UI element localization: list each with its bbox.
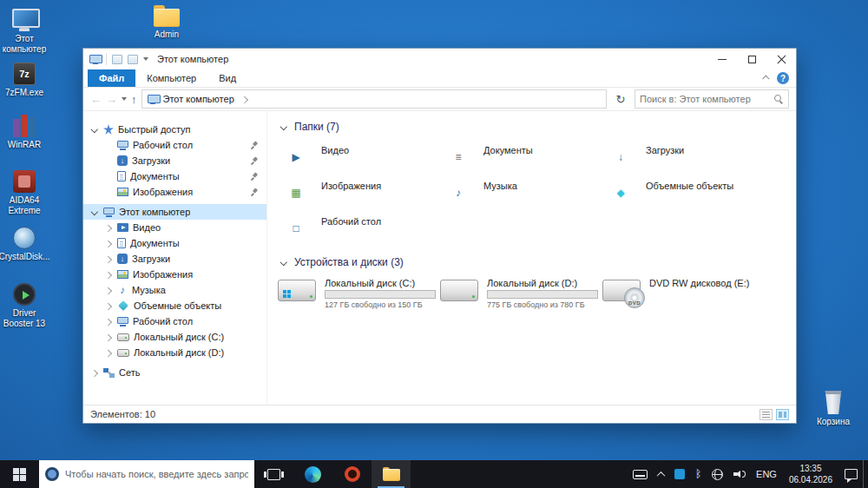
- documents-icon: [117, 238, 126, 248]
- folder-tile-documents[interactable]: Документы: [438, 139, 596, 172]
- taskbar-clock[interactable]: 13:35 06.04.2026: [782, 463, 839, 485]
- 3d-objects-icon: [118, 300, 128, 311]
- desktop-icon-7zip[interactable]: 7z 7zFM.exe: [0, 63, 51, 98]
- chevron-down-icon[interactable]: [89, 207, 99, 217]
- chevron-right-icon[interactable]: [102, 300, 113, 311]
- desktop-icon-admin-folder[interactable]: Admin: [140, 5, 194, 40]
- chevron-right-icon[interactable]: [102, 347, 113, 358]
- drive-tile-dvd[interactable]: DVD DVD RW дисковод (E:): [601, 274, 759, 313]
- network-icon: [103, 368, 115, 378]
- sidebar-item-desktop-pinned[interactable]: Рабочий стол: [83, 137, 266, 153]
- refresh-button[interactable]: ↻: [611, 89, 630, 109]
- explorer-search-box[interactable]: [635, 89, 789, 109]
- forward-button[interactable]: →: [106, 94, 117, 105]
- drive-icon: [117, 349, 129, 357]
- drive-icon: [117, 333, 129, 341]
- sidebar-item-local-disk-c[interactable]: Локальный диск (C:): [83, 329, 266, 345]
- folder-tile-downloads[interactable]: Загрузки: [601, 139, 759, 172]
- chevron-right-icon[interactable]: [102, 254, 113, 264]
- taskbar: ᛒ ENG 13:35 06.04.2026: [0, 460, 868, 488]
- sidebar-item-downloads[interactable]: Загрузки: [83, 251, 266, 267]
- tab-file[interactable]: Файл: [88, 69, 135, 87]
- drive-tile-c[interactable]: Локальный диск (C:) 127 ГБ свободно из 1…: [276, 274, 434, 313]
- task-view-button[interactable]: [254, 460, 293, 488]
- sidebar-item-quick-access[interactable]: Быстрый доступ: [83, 122, 266, 137]
- desktop-icon-driver-booster[interactable]: Driver Booster 13: [0, 283, 51, 328]
- desktop-icon-label: CrystalDisk...: [0, 252, 49, 262]
- back-button[interactable]: ←: [90, 94, 102, 105]
- chevron-right-icon[interactable]: [102, 332, 113, 342]
- tab-computer[interactable]: Компьютер: [135, 69, 207, 87]
- taskbar-search-box[interactable]: [39, 460, 254, 488]
- desktop-icon-this-pc[interactable]: Этот компьютер: [0, 9, 51, 54]
- chevron-right-icon[interactable]: [102, 269, 113, 280]
- chevron-right-icon[interactable]: [239, 94, 249, 104]
- sidebar-item-3d-objects[interactable]: Объемные объекты: [83, 298, 266, 313]
- chevron-down-icon[interactable]: [278, 122, 288, 132]
- desktop-icon-aida64[interactable]: AIDA64 Extreme: [0, 170, 51, 215]
- sidebar-item-documents-pinned[interactable]: Документы: [83, 168, 266, 184]
- breadcrumb[interactable]: Этот компьютер: [163, 94, 234, 104]
- sidebar-item-downloads-pinned[interactable]: Загрузки: [83, 153, 266, 168]
- taskbar-app-browser[interactable]: [332, 460, 372, 488]
- folder-tile-videos[interactable]: Видео: [276, 139, 434, 172]
- quick-access-toolbar: [83, 53, 148, 65]
- help-icon[interactable]: [777, 72, 789, 84]
- group-header-folders[interactable]: Папки (7): [278, 118, 796, 135]
- chevron-down-icon[interactable]: [278, 257, 288, 267]
- action-center-button[interactable]: [839, 460, 863, 488]
- large-icons-view-button[interactable]: [776, 409, 789, 420]
- sidebar-item-network[interactable]: Сеть: [83, 365, 266, 380]
- sidebar-item-pictures[interactable]: Изображения: [83, 267, 266, 282]
- desktop-icon-crystaldisk[interactable]: CrystalDisk...: [0, 227, 51, 262]
- chevron-right-icon[interactable]: [102, 238, 113, 248]
- maximize-button[interactable]: [737, 49, 766, 69]
- minimize-ribbon-chevron-icon[interactable]: [762, 75, 769, 82]
- chevron-right-icon[interactable]: [102, 222, 113, 233]
- customize-toolbar-chevron-icon[interactable]: [143, 57, 148, 61]
- sidebar-item-documents[interactable]: Документы: [83, 235, 266, 251]
- folder-tile-pictures[interactable]: Изображения: [276, 175, 434, 208]
- properties-icon[interactable]: [112, 55, 122, 64]
- chevron-down-icon[interactable]: [89, 124, 99, 135]
- show-desktop-button[interactable]: [863, 460, 868, 488]
- explorer-search-input[interactable]: [640, 94, 771, 104]
- close-button[interactable]: [766, 49, 796, 69]
- hidden-icons-button[interactable]: [653, 460, 669, 488]
- minimize-button[interactable]: [707, 49, 737, 69]
- network-button[interactable]: [707, 460, 728, 488]
- sidebar-item-this-pc[interactable]: Этот компьютер: [83, 204, 266, 220]
- taskbar-app-edge[interactable]: [293, 460, 332, 488]
- bluetooth-button[interactable]: ᛒ: [690, 460, 707, 488]
- desktop-icon-recycle-bin[interactable]: Корзина: [806, 391, 860, 427]
- desktop-icon-winrar[interactable]: WinRAR: [0, 115, 51, 150]
- title-bar[interactable]: Этот компьютер: [83, 49, 796, 69]
- taskbar-app-file-explorer[interactable]: [372, 460, 411, 488]
- volume-button[interactable]: [728, 460, 751, 488]
- start-button[interactable]: [0, 460, 39, 488]
- tray-app-button[interactable]: [669, 460, 690, 488]
- recent-locations-chevron-icon[interactable]: [122, 97, 127, 101]
- chevron-right-icon[interactable]: [102, 285, 113, 295]
- chevron-right-icon[interactable]: [89, 367, 99, 378]
- up-button[interactable]: ↑: [131, 94, 137, 105]
- taskbar-search-input[interactable]: [65, 469, 248, 479]
- address-box[interactable]: Этот компьютер: [141, 89, 608, 109]
- touch-keyboard-button[interactable]: [628, 460, 653, 488]
- drive-tile-d[interactable]: Локальный диск (D:) 775 ГБ свободно из 7…: [438, 274, 596, 313]
- language-indicator[interactable]: ENG: [751, 460, 782, 488]
- tab-view[interactable]: Вид: [207, 69, 247, 87]
- details-view-button[interactable]: [760, 409, 773, 420]
- desktop-icon-label: AIDA64 Extreme: [0, 195, 51, 215]
- new-folder-icon[interactable]: [128, 55, 138, 64]
- sidebar-item-pictures-pinned[interactable]: Изображения: [83, 184, 266, 200]
- sidebar-item-local-disk-d[interactable]: Локальный диск (D:): [83, 345, 266, 360]
- folder-tile-desktop[interactable]: Рабочий стол: [276, 210, 434, 243]
- chevron-right-icon[interactable]: [102, 316, 113, 326]
- sidebar-item-music[interactable]: Музыка: [83, 282, 266, 298]
- group-header-devices[interactable]: Устройства и диски (3): [278, 254, 796, 271]
- sidebar-item-desktop[interactable]: Рабочий стол: [83, 313, 266, 329]
- sidebar-item-videos[interactable]: Видео: [83, 220, 266, 235]
- folder-tile-music[interactable]: Музыка: [438, 175, 596, 208]
- folder-tile-3d-objects[interactable]: Объемные объекты: [601, 175, 759, 208]
